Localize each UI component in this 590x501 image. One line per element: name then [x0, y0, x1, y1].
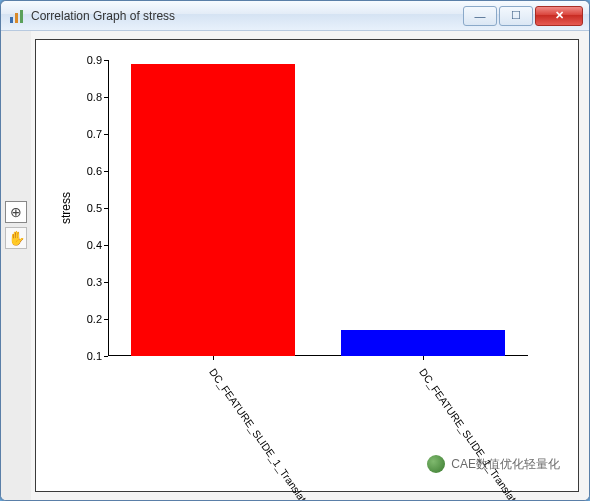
- y-tick-mark: [104, 356, 108, 357]
- x-tick-mark: [423, 356, 424, 360]
- plot-wrap: stress 0.10.20.30.40.50.60.70.80.9DC_FEA…: [31, 31, 589, 500]
- client-area: ⊕ ✋ stress 0.10.20.30.40.50.60.70.80.9DC…: [1, 31, 589, 500]
- y-tick-mark: [104, 208, 108, 209]
- y-tick-label: 0.9: [68, 54, 102, 66]
- figure-toolbar: ⊕ ✋: [1, 31, 31, 500]
- y-tick-label: 0.8: [68, 91, 102, 103]
- axes-panel: stress 0.10.20.30.40.50.60.70.80.9DC_FEA…: [35, 39, 579, 492]
- pan-tool[interactable]: ✋: [5, 227, 27, 249]
- y-tick-label: 0.7: [68, 128, 102, 140]
- y-tick-label: 0.5: [68, 202, 102, 214]
- y-tick-mark: [104, 245, 108, 246]
- y-tick-mark: [104, 319, 108, 320]
- y-tick-mark: [104, 282, 108, 283]
- y-tick-label: 0.4: [68, 239, 102, 251]
- x-tick-label: DC_FEATURE_SLIDE_1_Translate_X_2: [207, 366, 326, 500]
- y-tick-mark: [104, 134, 108, 135]
- app-window: Correlation Graph of stress — ☐ ✕ ⊕ ✋ st…: [0, 0, 590, 501]
- titlebar[interactable]: Correlation Graph of stress — ☐ ✕: [1, 1, 589, 31]
- y-tick-mark: [104, 60, 108, 61]
- bar: [131, 64, 295, 356]
- y-tick-mark: [104, 171, 108, 172]
- svg-rect-1: [15, 13, 18, 23]
- window-title: Correlation Graph of stress: [31, 9, 461, 23]
- y-tick-mark: [104, 97, 108, 98]
- watermark-icon: [427, 455, 445, 473]
- x-tick-label: DC_FEATURE_SLIDE_1_Translate_Y_3: [417, 366, 536, 500]
- maximize-button[interactable]: ☐: [499, 6, 533, 26]
- watermark-text: CAE数值优化轻量化: [451, 456, 560, 473]
- app-icon: [9, 8, 25, 24]
- close-button[interactable]: ✕: [535, 6, 583, 26]
- y-tick-label: 0.3: [68, 276, 102, 288]
- svg-rect-2: [20, 10, 23, 23]
- svg-rect-0: [10, 17, 13, 23]
- y-tick-label: 0.2: [68, 313, 102, 325]
- x-tick-mark: [213, 356, 214, 360]
- minimize-button[interactable]: —: [463, 6, 497, 26]
- y-tick-label: 0.6: [68, 165, 102, 177]
- window-buttons: — ☐ ✕: [461, 6, 583, 26]
- bar: [341, 330, 505, 356]
- axes: stress 0.10.20.30.40.50.60.70.80.9DC_FEA…: [108, 60, 528, 356]
- y-tick-label: 0.1: [68, 350, 102, 362]
- data-cursor-tool[interactable]: ⊕: [5, 201, 27, 223]
